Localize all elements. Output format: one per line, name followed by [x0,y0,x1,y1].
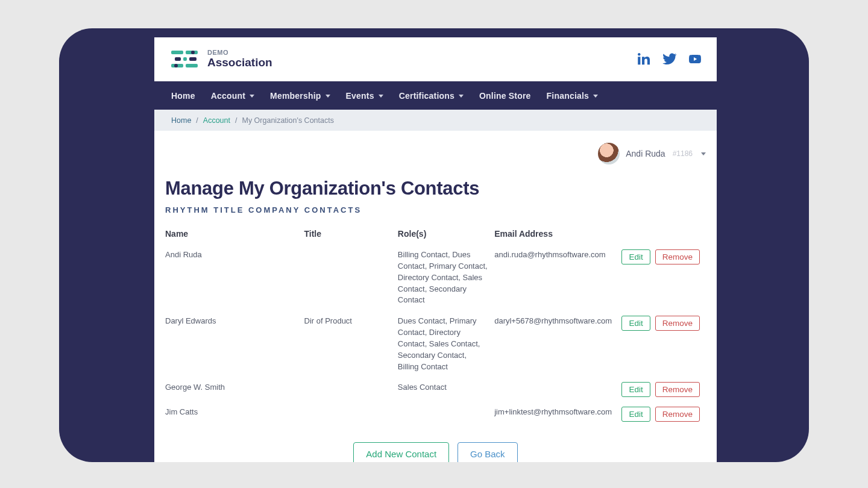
svg-point-8 [174,64,178,67]
breadcrumb-sep: / [196,116,198,125]
svg-rect-7 [186,64,198,67]
nav-label: Online Store [479,91,531,101]
cell-title: Dir of Product [304,311,398,377]
cell-actions: EditRemove [621,311,706,377]
table-row: Jim Cattsjim+linktest@rhythmsoftware.com… [165,402,706,427]
cell-actions: EditRemove [621,245,706,311]
chevron-down-icon [379,95,383,98]
logo-top-text: DEMO [207,49,272,56]
cell-roles: Dues Contact, Primary Contact, Directory… [398,311,494,377]
svg-point-2 [191,51,195,54]
remove-button[interactable]: Remove [655,382,700,397]
edit-button[interactable]: Edit [621,407,650,422]
cell-actions: EditRemove [621,402,706,427]
cell-name: Jim Catts [165,402,304,427]
edit-button[interactable]: Edit [621,382,650,397]
nav-item-home[interactable]: Home [171,91,195,101]
cell-title [304,377,398,402]
nav-label: Events [346,91,374,101]
table-row: George W. SmithSales ContactEditRemove [165,377,706,402]
cell-actions: EditRemove [621,377,706,402]
add-new-contact-button[interactable]: Add New Contact [353,442,449,462]
nav-item-financials[interactable]: Financials [547,91,598,101]
cell-title [304,245,398,311]
cell-roles: Sales Contact [398,377,494,402]
chevron-down-icon [593,95,598,98]
breadcrumb: Home / Account / My Organization's Conta… [154,110,717,131]
nav-item-events[interactable]: Events [346,91,383,101]
nav-label: Account [211,91,245,101]
social-links [637,52,702,66]
breadcrumb-sep: / [235,116,237,125]
cell-email [494,377,621,402]
cell-email: andi.ruda@rhythmsoftware.com [494,245,621,311]
col-header-roles: Role(s) [398,225,494,245]
remove-button[interactable]: Remove [655,407,700,422]
edit-button[interactable]: Edit [621,249,650,264]
go-back-button[interactable]: Go Back [458,442,518,462]
col-header-name: Name [165,225,304,245]
chevron-down-icon [459,95,464,98]
avatar [598,143,620,164]
top-bar: DEMO Association [154,37,717,81]
col-header-actions [621,225,706,245]
edit-button[interactable]: Edit [621,316,650,331]
chevron-down-icon [701,152,706,155]
breadcrumb-home[interactable]: Home [171,116,191,125]
page-subtitle: RHYTHM TITLE COMPANY CONTACTS [165,205,706,214]
remove-button[interactable]: Remove [655,316,700,331]
user-id: #1186 [673,149,693,158]
logo[interactable]: DEMO Association [171,48,272,70]
main-nav: HomeAccountMembershipEventsCertification… [154,81,717,110]
logo-text: DEMO Association [207,49,272,69]
app-screen: DEMO Association HomeAccountMembershipEv… [154,37,717,462]
breadcrumb-account[interactable]: Account [203,116,230,125]
cell-email: daryl+5678@rhythmsoftware.com [494,311,621,377]
twitter-icon[interactable] [662,52,677,66]
chevron-down-icon [250,95,254,98]
linkedin-icon[interactable] [637,52,652,66]
nav-item-membership[interactable]: Membership [270,91,330,101]
col-header-email: Email Address [494,225,621,245]
svg-rect-0 [171,51,183,54]
cell-email: jim+linktest@rhythmsoftware.com [494,402,621,427]
bottom-actions: Add New Contact Go Back [165,442,706,462]
table-row: Andi RudaBilling Contact, Dues Contact, … [165,245,706,311]
cell-roles [398,402,494,427]
cell-name: Daryl Edwards [165,311,304,377]
page-content: Andi Ruda #1186 Manage My Organization's… [154,131,717,462]
cell-name: George W. Smith [165,377,304,402]
youtube-icon[interactable] [688,52,702,66]
user-menu[interactable]: Andi Ruda #1186 [165,143,706,164]
nav-item-account[interactable]: Account [211,91,254,101]
svg-rect-4 [183,57,187,61]
nav-item-online-store[interactable]: Online Store [479,91,531,101]
page-title: Manage My Organization's Contacts [165,178,706,199]
cell-roles: Billing Contact, Dues Contact, Primary C… [398,245,494,311]
breadcrumb-current: My Organization's Contacts [242,116,333,125]
svg-rect-5 [189,57,197,61]
logo-bottom-text: Association [207,56,272,69]
nav-label: Membership [270,91,321,101]
svg-rect-3 [175,57,181,61]
cell-name: Andi Ruda [165,245,304,311]
user-name: Andi Ruda [626,149,665,158]
contacts-table: Name Title Role(s) Email Address Andi Ru… [165,225,706,427]
nav-item-certifications[interactable]: Certifications [399,91,464,101]
cell-title [304,402,398,427]
logo-mark-icon [171,48,200,70]
table-row: Daryl EdwardsDir of ProductDues Contact,… [165,311,706,377]
nav-label: Financials [547,91,589,101]
nav-label: Home [171,91,195,101]
device-frame: DEMO Association HomeAccountMembershipEv… [59,28,809,462]
col-header-title: Title [304,225,398,245]
remove-button[interactable]: Remove [655,249,700,264]
nav-label: Certifications [399,91,454,101]
chevron-down-icon [326,95,330,98]
